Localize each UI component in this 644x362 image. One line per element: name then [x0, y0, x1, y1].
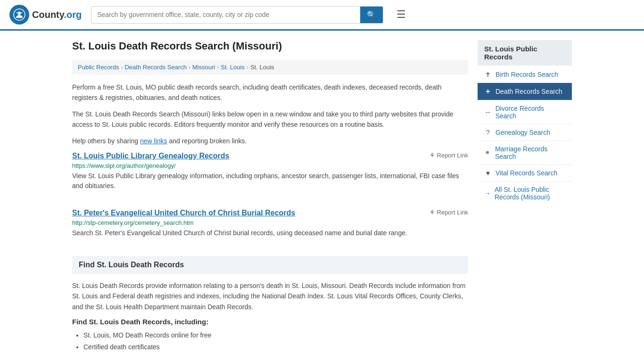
marriage-icon: ⚭ — [484, 149, 491, 156]
find-section-body: St. Louis Death Records provide informat… — [72, 280, 468, 312]
report-icon-1: ⚘ — [429, 152, 435, 159]
search-input[interactable] — [91, 7, 360, 22]
search-bar: 🔍 — [91, 6, 383, 24]
svg-point-1 — [18, 12, 21, 15]
page-title: St. Louis Death Records Search (Missouri… — [72, 40, 468, 52]
sidebar-title: St. Louis Public Records — [478, 40, 572, 66]
new-links-link[interactable]: new links — [140, 137, 167, 145]
content-area: St. Louis Death Records Search (Missouri… — [72, 40, 468, 359]
result-desc-2: Search St. Peter's Evangelical United Ch… — [72, 228, 468, 238]
bullet-item-1: St. Louis, MO Death Records online for f… — [83, 329, 468, 341]
genealogy-icon: ? — [484, 129, 492, 136]
breadcrumb: Public Records › Death Records Search › … — [72, 60, 468, 74]
divorce-icon: ↔ — [484, 108, 492, 116]
vital-icon: ♥ — [484, 169, 492, 177]
report-link-button-1[interactable]: ⚘ Report Link — [429, 152, 468, 159]
breadcrumb-sep-1: › — [121, 64, 123, 71]
sidebar-label-genealogy: Genealogy Search — [495, 129, 550, 136]
sidebar-label-vital: Vital Records Search — [495, 169, 557, 177]
logo[interactable]: County.org — [9, 5, 82, 25]
breadcrumb-sep-4: › — [247, 64, 248, 71]
description-2: The St. Louis Death Records Search (Miss… — [72, 109, 468, 130]
sidebar-item-divorce-records[interactable]: ↔ Divorce Records Search — [478, 100, 572, 124]
result-url-1[interactable]: https://www.slpl.org/author/genealogy/ — [72, 162, 468, 169]
arrow-icon: → — [484, 189, 491, 197]
sidebar-label-divorce: Divorce Records Search — [495, 105, 565, 120]
result-card-1: St. Louis Public Library Genealogy Recor… — [72, 152, 468, 196]
site-header: County.org 🔍 ☰ — [0, 0, 644, 31]
breadcrumb-st-louis-1[interactable]: St. Louis — [221, 64, 245, 71]
result-url-2[interactable]: http://stp-cemetery.org/cemetery_search.… — [72, 219, 468, 226]
breadcrumb-public-records[interactable]: Public Records — [78, 64, 119, 71]
sidebar-item-death-records[interactable]: + Death Records Search — [478, 83, 572, 100]
breadcrumb-sep-2: › — [189, 64, 190, 71]
sidebar-item-genealogy[interactable]: ? Genealogy Search — [478, 124, 572, 141]
breadcrumb-st-louis-2: St. Louis — [250, 64, 274, 71]
sidebar-all-label: All St. Louis Public Records (Missouri) — [495, 186, 565, 201]
sidebar-label-death: Death Records Search — [495, 88, 562, 95]
result-title-2[interactable]: St. Peter's Evangelical United Church of… — [72, 209, 295, 217]
find-section-bullets: St. Louis, MO Death Records online for f… — [83, 329, 468, 353]
result-title-1[interactable]: St. Louis Public Library Genealogy Recor… — [72, 152, 229, 160]
hamburger-menu-button[interactable]: ☰ — [393, 7, 410, 23]
birth-icon: ✝ — [484, 71, 492, 78]
breadcrumb-sep-3: › — [217, 64, 219, 71]
sidebar-item-marriage-records[interactable]: ⚭ Marriage Records Search — [478, 141, 572, 165]
result-card-2: St. Peter's Evangelical United Church of… — [72, 209, 468, 243]
search-button[interactable]: 🔍 — [360, 7, 383, 23]
logo-icon — [9, 5, 29, 25]
description-3: Help others by sharing new links and rep… — [72, 136, 468, 146]
breadcrumb-death-records[interactable]: Death Records Search — [124, 64, 187, 71]
sidebar-label-birth: Birth Records Search — [495, 71, 558, 78]
bullet-item-2: Certified death certificates — [83, 341, 468, 353]
report-link-button-2[interactable]: ⚘ Report Link — [429, 209, 468, 216]
result-desc-1: View St. Louis Public Library genealogy … — [72, 171, 468, 191]
death-icon: + — [484, 87, 492, 96]
sidebar-label-marriage: Marriage Records Search — [495, 145, 565, 160]
svg-point-3 — [21, 12, 23, 14]
sidebar-item-vital-records[interactable]: ♥ Vital Records Search — [478, 165, 572, 181]
logo-text: County.org — [32, 9, 82, 20]
find-section-header: Find St. Louis Death Records — [72, 256, 468, 274]
sidebar-all-records-link[interactable]: → All St. Louis Public Records (Missouri… — [478, 181, 572, 205]
description-1: Perform a free St. Louis, MO public deat… — [72, 82, 468, 103]
find-section-subheading: Find St. Louis Death Records, including: — [72, 318, 468, 326]
breadcrumb-missouri[interactable]: Missouri — [192, 64, 215, 71]
main-container: St. Louis Death Records Search (Missouri… — [63, 31, 581, 362]
search-icon: 🔍 — [367, 11, 376, 19]
sidebar: St. Louis Public Records ✝ Birth Records… — [478, 40, 572, 359]
svg-point-2 — [17, 12, 18, 14]
report-icon-2: ⚘ — [429, 209, 435, 216]
hamburger-icon: ☰ — [396, 8, 406, 20]
sidebar-item-birth-records[interactable]: ✝ Birth Records Search — [478, 66, 572, 83]
